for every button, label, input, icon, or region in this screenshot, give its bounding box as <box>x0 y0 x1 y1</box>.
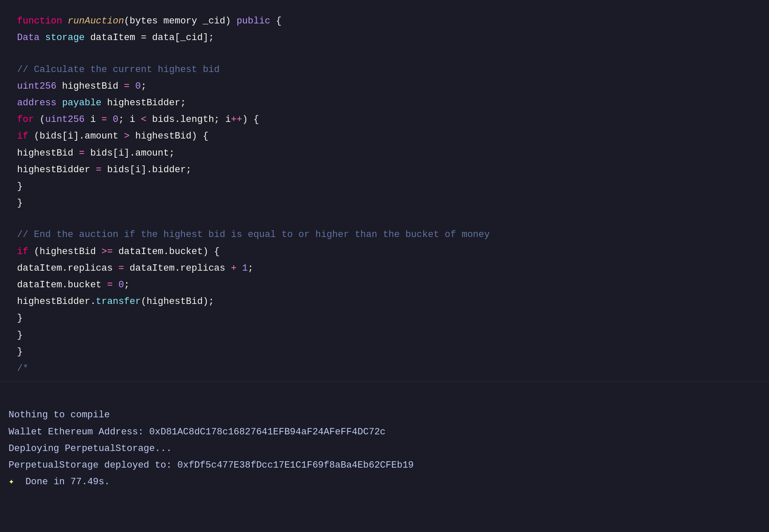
code-line: dataItem.bucket = 0; <box>0 277 769 293</box>
output-line: Wallet Ethereum Address: 0xD81AC8dC178c1… <box>4 424 765 440</box>
output-line: ✦ Done in 77.49s. <box>4 474 765 490</box>
code-line: } <box>0 344 769 360</box>
code-editor: function runAuction(bytes memory _cid) p… <box>0 9 769 499</box>
code-line: highestBid = bids[i].amount; <box>0 145 769 162</box>
code-line: // Calculate the current highest bid <box>0 61 769 78</box>
code-line: Data storage dataItem = data[_cid]; <box>0 29 769 46</box>
code-line: } <box>0 178 769 195</box>
output-line: Nothing to compile <box>4 407 765 423</box>
divider <box>0 381 769 382</box>
code-line: /* <box>0 360 769 377</box>
code-lines: function runAuction(bytes memory _cid) p… <box>0 13 769 377</box>
output-section: Nothing to compileWallet Ethereum Addres… <box>0 386 769 494</box>
code-line: dataItem.replicas = dataItem.replicas + … <box>0 260 769 277</box>
code-line: highestBidder = bids[i].bidder; <box>0 162 769 178</box>
code-line: } <box>0 310 769 327</box>
code-line: for (uint256 i = 0; i < bids.length; i++… <box>0 111 769 128</box>
output-line <box>4 390 765 407</box>
output-line: Deploying PerpetualStorage... <box>4 440 765 457</box>
code-line: function runAuction(bytes memory _cid) p… <box>0 13 769 29</box>
code-line: } <box>0 327 769 344</box>
code-line <box>0 46 769 61</box>
code-line <box>0 211 769 226</box>
output-line: PerpetualStorage deployed to: 0xfDf5c477… <box>4 457 765 474</box>
code-line: address payable highestBidder; <box>0 95 769 111</box>
code-line: highestBidder.transfer(highestBid); <box>0 293 769 310</box>
code-line: // End the auction if the highest bid is… <box>0 226 769 243</box>
code-line: uint256 highestBid = 0; <box>0 78 769 95</box>
code-line: if (highestBid >= dataItem.bucket) { <box>0 243 769 260</box>
code-line: if (bids[i].amount > highestBid) { <box>0 128 769 145</box>
code-line: } <box>0 195 769 211</box>
